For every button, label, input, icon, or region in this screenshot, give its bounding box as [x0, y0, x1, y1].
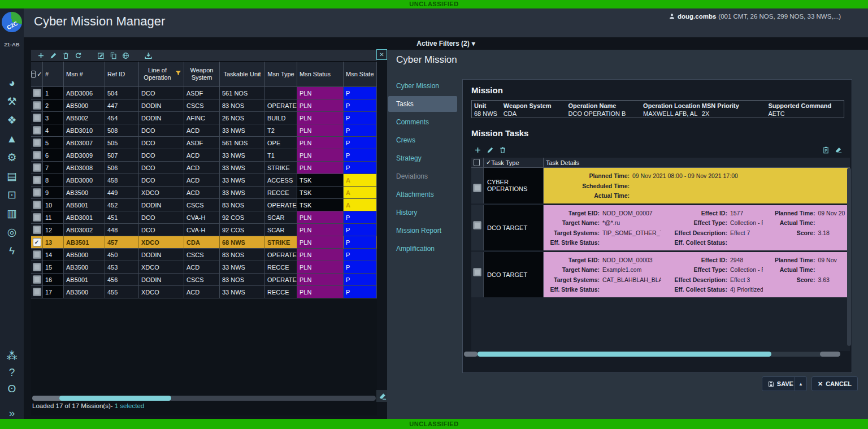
mission-row[interactable]: 10AB5001452DODINCSCS83 NOSOPERATETSKA: [31, 199, 377, 211]
row-checkbox[interactable]: [33, 250, 41, 259]
cancel-button[interactable]: ✕ CANCEL: [811, 376, 858, 391]
gears-icon[interactable]: ⚙: [7, 152, 16, 163]
database-icon[interactable]: ▤: [7, 171, 17, 182]
row-checkbox[interactable]: [33, 151, 41, 159]
select-all-checkbox[interactable]: −: [31, 71, 36, 78]
scrollbar-thumb-teal[interactable]: [59, 396, 171, 401]
scrollbar-thumb-teal[interactable]: [478, 352, 771, 357]
nav-item-crews[interactable]: Crews: [388, 132, 457, 148]
toolbar-button-add[interactable]: [471, 145, 484, 154]
mission-row[interactable]: 2AB5000447DODINCSCS83 NOSOPERATEPLNP: [31, 99, 377, 112]
mission-row[interactable]: 6ABD3009507DCOACD33 NWST1PLNP: [31, 149, 377, 162]
column-header--[interactable]: #: [43, 62, 64, 87]
mission-row[interactable]: 14AB5000450DODINCSCS83 NOSOPERATEPLNP: [31, 249, 377, 261]
target-icon[interactable]: ◎: [7, 227, 17, 238]
toolbar-button-download[interactable]: [142, 51, 154, 60]
task-row-checkbox[interactable]: [473, 268, 481, 276]
missions-h-scrollbar[interactable]: [32, 396, 376, 401]
nav-item-amplification[interactable]: Amplification: [388, 241, 457, 257]
column-header-line-of-operation[interactable]: Line of Operation: [139, 62, 184, 87]
toolbar-button-delete[interactable]: [59, 51, 72, 60]
triangle-icon[interactable]: ▲: [7, 133, 18, 145]
mission-row[interactable]: ✓13AB3501457XDCOCDA68 NWSSTRIKEPLNP: [31, 236, 377, 249]
toolbar-button-edit-box[interactable]: [94, 51, 107, 60]
nav-item-cyber-mission[interactable]: Cyber Mission: [388, 78, 457, 94]
cubes-icon[interactable]: ❖: [7, 115, 16, 126]
pie-chart-icon[interactable]: ◕: [8, 77, 15, 89]
toolbar-button-delete[interactable]: [496, 145, 509, 154]
scrollbar-cap-right[interactable]: [820, 352, 840, 357]
monitor-icon[interactable]: ⊡: [7, 189, 16, 201]
row-checkbox[interactable]: [33, 163, 41, 172]
row-checkbox[interactable]: [33, 288, 41, 296]
tasks-v-scrollbar[interactable]: [847, 168, 851, 346]
task-row[interactable]: DCO TARGETTarget EID:NOD_DOM_00003Target…: [471, 252, 850, 297]
task-row-checkbox[interactable]: [473, 184, 481, 192]
nav-item-mission-report[interactable]: Mission Report: [388, 223, 457, 239]
row-checkbox[interactable]: [33, 176, 41, 184]
toolbox-icon[interactable]: ⚒: [7, 96, 16, 107]
power-icon[interactable]: ʘ: [8, 383, 16, 395]
mission-row[interactable]: 7ABD3008506DCOACD33 NWSSTRIKEPLNP: [31, 162, 377, 174]
row-checkbox[interactable]: [33, 114, 41, 122]
row-checkbox[interactable]: ✓: [33, 238, 41, 246]
row-checkbox[interactable]: [33, 126, 41, 135]
toolbar-button-refresh[interactable]: [72, 51, 84, 60]
nav-item-attachments[interactable]: Attachments: [388, 187, 457, 202]
row-checkbox[interactable]: [33, 213, 41, 222]
active-filters-dropdown[interactable]: Active Filters (2) ▾: [24, 37, 868, 50]
row-checkbox[interactable]: [33, 226, 41, 234]
help-icon[interactable]: ?: [9, 367, 15, 378]
column-header-taskable-unit[interactable]: Taskable Unit: [220, 62, 265, 87]
toolbar-button-clipboard[interactable]: [819, 145, 832, 154]
row-checkbox[interactable]: [33, 263, 41, 271]
task-type-column-header[interactable]: ✓Task Type: [484, 158, 544, 167]
column-header-msn-type[interactable]: Msn Type: [265, 62, 297, 87]
column-header-msn-state[interactable]: Msn State: [344, 62, 377, 87]
filter-icon[interactable]: [175, 70, 181, 78]
mission-row[interactable]: 17AB3500455XDCOACD33 NWSRECCEPLNP: [31, 286, 377, 298]
mission-row[interactable]: 1ABD3006504DCOASDF561 NOSPLNP: [31, 87, 377, 99]
bolt-icon[interactable]: ϟ: [9, 245, 15, 257]
row-checkbox[interactable]: [33, 275, 41, 284]
toolbar-button-eraser[interactable]: [832, 145, 844, 154]
column-header-weapon-system[interactable]: Weapon System: [184, 62, 220, 87]
sitemap-icon[interactable]: ⁂: [7, 350, 18, 362]
task-select-all-checkbox[interactable]: [474, 159, 480, 166]
document-icon[interactable]: ▥: [7, 208, 17, 219]
nav-item-comments[interactable]: Comments: [388, 114, 457, 130]
tasks-h-scrollbar[interactable]: [464, 352, 840, 357]
clear-filters-eraser-icon[interactable]: [376, 390, 388, 402]
scrollbar-cap-left[interactable]: [464, 352, 478, 357]
row-checkbox[interactable]: [33, 201, 41, 209]
mission-row[interactable]: 5ABD3007505DCOASDF561 NOSOPEPLNP: [31, 137, 377, 149]
task-row[interactable]: DCO TARGETTarget EID:NOD_DOM_00007Target…: [471, 205, 850, 250]
row-checkbox[interactable]: [33, 101, 41, 110]
save-button[interactable]: SAVE: [762, 376, 800, 391]
mission-row[interactable]: 15AB3500453XDCOACD33 NWSRECCEPLNP: [31, 261, 377, 274]
mission-row[interactable]: 16AB5001456DODINCSCS83 NOSOPERATEPLNP: [31, 274, 377, 286]
toolbar-button-add[interactable]: [34, 51, 47, 60]
mission-row[interactable]: 12ABD3002448DCOCVA-H92 COSSCARPLNP: [31, 224, 377, 236]
column-header-ref-id[interactable]: Ref ID: [105, 62, 139, 87]
column-header-msn-[interactable]: Msn #: [64, 62, 105, 87]
task-row-checkbox[interactable]: [473, 221, 481, 229]
save-dropdown-button[interactable]: ▴: [795, 376, 807, 391]
nav-item-tasks[interactable]: Tasks: [388, 96, 457, 112]
nav-item-history[interactable]: History: [388, 205, 457, 220]
toolbar-button-copy[interactable]: [107, 51, 119, 60]
column-header-msn-status[interactable]: Msn Status: [297, 62, 344, 87]
mission-row[interactable]: 4ABD3010508DCOACD33 NWST2PLNP: [31, 124, 377, 137]
toolbar-button-globe[interactable]: [119, 51, 132, 60]
task-select-all-header[interactable]: [471, 158, 484, 167]
collapse-icon[interactable]: »: [9, 408, 15, 419]
close-panel-button[interactable]: ✕: [376, 49, 387, 60]
row-checkbox[interactable]: [33, 188, 41, 197]
user-menu[interactable]: doug.combs (001 CMT, 26 NOS, 299 NOS, 33…: [669, 13, 841, 20]
mission-row[interactable]: 3AB5002454DODINAFINC26 NOSBUILDPLNP: [31, 112, 377, 124]
row-checkbox[interactable]: [33, 138, 41, 147]
toolbar-button-edit[interactable]: [47, 51, 59, 60]
mission-row[interactable]: 11ABD3001451DCOCVA-H92 COSSCARPLNP: [31, 211, 377, 224]
nav-item-strategy[interactable]: Strategy: [388, 150, 457, 166]
task-row[interactable]: CYBER OPERATIONSPlanned Time:09 Nov 2021…: [471, 168, 850, 203]
